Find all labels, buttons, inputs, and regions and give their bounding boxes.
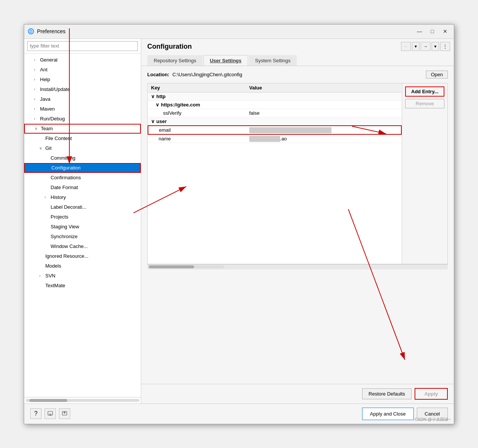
sidebar-item-maven[interactable]: › Maven (24, 104, 141, 114)
sidebar: › General › Ant › Help › Install/Update … (24, 39, 141, 403)
sidebar-item-run-debug[interactable]: › Run/Debug (24, 114, 141, 124)
tab-bar: Repository Settings User Settings System… (141, 52, 454, 66)
sidebar-item-textmate[interactable]: TextMate (24, 281, 141, 291)
chevron-right-icon: › (34, 58, 39, 62)
table-row[interactable]: ∨user (148, 117, 401, 126)
sidebar-item-label-decorations[interactable]: Label Decorati... (24, 202, 141, 212)
tab-system-settings[interactable]: System Settings (249, 55, 297, 66)
scrollbar-thumb[interactable] (149, 265, 194, 268)
table-row[interactable]: email ████████████████████ (148, 126, 401, 134)
minimize-button[interactable]: — (414, 27, 425, 36)
table-row[interactable]: name ███████.ao (148, 134, 401, 143)
sidebar-item-date-format[interactable]: Date Format (24, 183, 141, 192)
apply-and-close-button[interactable]: Apply and Close (362, 408, 414, 420)
svg-text:D: D (29, 29, 32, 34)
horizontal-scrollbar-track[interactable] (26, 399, 139, 402)
preferences-dialog: D Preferences — □ ✕ › General › Ant (24, 24, 454, 424)
sidebar-item-java[interactable]: › Java (24, 94, 141, 104)
table-row[interactable]: ∨https://gitee.com (148, 100, 401, 109)
sidebar-item-ant[interactable]: › Ant (24, 65, 141, 75)
close-button[interactable]: ✕ (439, 27, 451, 36)
back-dropdown-button[interactable]: ▾ (412, 42, 419, 51)
right-panel: Configuration ← ▾ → ▾ ⋮ Repository Setti… (141, 39, 454, 403)
config-area: Key Value ∨http (147, 83, 448, 264)
tab-user-settings[interactable]: User Settings (204, 55, 248, 66)
chevron-right-icon: › (45, 195, 50, 199)
preferences-icon: D (27, 28, 35, 35)
back-button[interactable]: ← (401, 42, 411, 51)
sidebar-item-staging-view[interactable]: Staging View (24, 222, 141, 232)
table-scrollbar[interactable] (147, 264, 448, 269)
remove-button[interactable]: Remove (405, 99, 444, 108)
import-button[interactable] (45, 408, 56, 419)
watermark: CSDN @小太阳诶~ (415, 417, 451, 422)
location-row: Location: C:\Users\JingjingChen\.gitconf… (147, 71, 448, 79)
col-key-header: Key (148, 83, 246, 92)
chevron-right-icon: › (34, 117, 39, 121)
chevron-right-icon: › (34, 77, 39, 82)
bottom-action-bar: Restore Defaults Apply (141, 384, 454, 403)
maximize-button[interactable]: □ (427, 27, 438, 36)
sidebar-item-help[interactable]: › Help (24, 75, 141, 85)
sidebar-item-history[interactable]: › History (24, 192, 141, 202)
header-toolbar: ← ▾ → ▾ ⋮ (401, 42, 450, 51)
sidebar-item-configuration[interactable]: Configuration (24, 163, 141, 173)
sidebar-item-install-update[interactable]: › Install/Update (24, 85, 141, 94)
add-entry-button[interactable]: Add Entry... (405, 86, 444, 97)
sidebar-item-file-content[interactable]: File Content (24, 134, 141, 143)
sidebar-item-general[interactable]: › General (24, 55, 141, 65)
sidebar-item-committing[interactable]: Committing (24, 153, 141, 163)
sidebar-item-window-cache[interactable]: Window Cache... (24, 242, 141, 251)
open-button[interactable]: Open (426, 71, 448, 79)
more-options-button[interactable]: ⋮ (440, 42, 450, 51)
filter-wrap (24, 39, 141, 54)
sidebar-scrollbar[interactable] (24, 397, 141, 403)
sidebar-item-confirmations[interactable]: Confirmations (24, 173, 141, 183)
export-button[interactable] (59, 408, 70, 419)
forward-button[interactable]: → (421, 42, 430, 51)
email-blurred: ████████████████████ (249, 127, 332, 133)
config-table-wrap: Key Value ∨http (147, 83, 402, 264)
dialog-bottom: ? Apply and Close Cancel (24, 403, 454, 424)
chevron-right-icon: › (39, 274, 45, 278)
bottom-icons: ? (30, 408, 70, 419)
table-row[interactable]: sslVerify false (148, 109, 401, 117)
name-blurred: ███████ (249, 136, 280, 142)
sidebar-item-svn[interactable]: › SVN (24, 271, 141, 281)
apply-button[interactable]: Apply (415, 388, 448, 400)
chevron-right-icon: › (34, 97, 39, 101)
chevron-down-icon: ∨ (39, 146, 45, 150)
sidebar-item-ignored-resources[interactable]: Ignored Resource... (24, 251, 141, 261)
chevron-right-icon: › (34, 68, 39, 72)
table-action-buttons: Add Entry... Remove (402, 83, 448, 264)
sidebar-item-team[interactable]: ∨ Team (24, 124, 141, 134)
restore-defaults-button[interactable]: Restore Defaults (362, 388, 412, 399)
sidebar-item-git[interactable]: ∨ Git (24, 143, 141, 153)
col-value-header: Value (246, 83, 401, 92)
config-table: Key Value ∨http (148, 83, 402, 143)
content-area: Location: C:\Users\JingjingChen\.gitconf… (141, 66, 454, 384)
export-icon (62, 411, 68, 417)
filter-input[interactable] (27, 41, 138, 51)
location-label: Location: (147, 72, 170, 77)
window-title: Preferences (37, 28, 414, 34)
sidebar-item-projects[interactable]: Projects (24, 212, 141, 222)
sidebar-item-models[interactable]: Models (24, 261, 141, 271)
tab-repository-settings[interactable]: Repository Settings (147, 55, 203, 66)
import-icon (47, 411, 53, 417)
tree-area: › General › Ant › Help › Install/Update … (24, 54, 141, 397)
location-value: C:\Users\JingjingChen\.gitconfig (173, 72, 423, 77)
title-bar: D Preferences — □ ✕ (24, 25, 454, 39)
sidebar-item-synchronize[interactable]: Synchronize (24, 232, 141, 242)
chevron-down-icon: ∨ (35, 126, 40, 131)
help-button[interactable]: ? (30, 408, 42, 419)
scrollbar-track[interactable] (149, 265, 224, 268)
right-header: Configuration ← ▾ → ▾ ⋮ (141, 39, 454, 52)
chevron-right-icon: › (34, 87, 39, 91)
chevron-right-icon: › (34, 107, 39, 111)
main-content: › General › Ant › Help › Install/Update … (24, 39, 454, 403)
window-controls: — □ ✕ (414, 27, 451, 36)
horizontal-scrollbar-thumb[interactable] (29, 399, 67, 402)
forward-dropdown-button[interactable]: ▾ (432, 42, 439, 51)
table-row[interactable]: ∨http (148, 92, 401, 100)
